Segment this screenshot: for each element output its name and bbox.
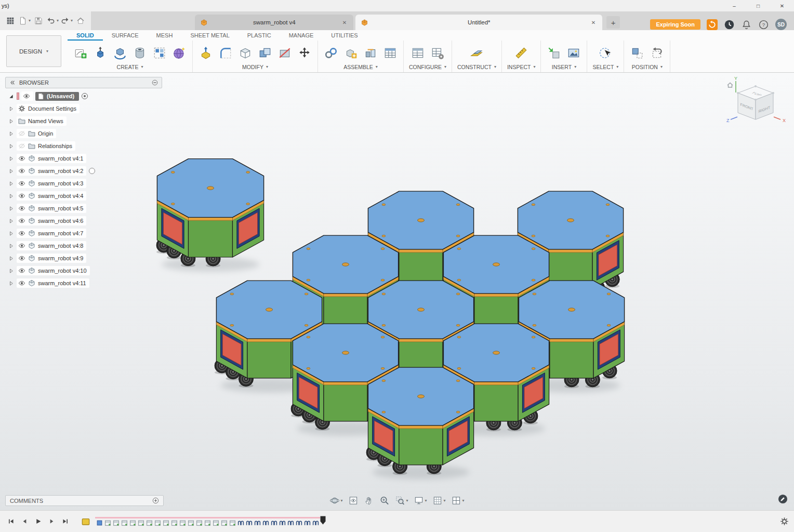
expand-arrow-icon[interactable]	[7, 168, 15, 174]
visibility-eye-icon[interactable]	[18, 205, 25, 212]
hole-button[interactable]	[132, 45, 148, 61]
browser-item-row[interactable]: Document Settings	[5, 102, 162, 115]
expand-arrow-icon[interactable]	[7, 131, 15, 137]
group-label-dropdown[interactable]: INSPECT▾	[507, 64, 536, 71]
robot-body[interactable]	[366, 367, 474, 480]
undo-button[interactable]: ▾	[46, 14, 59, 28]
timeline-feature-joint-icon[interactable]	[271, 520, 277, 526]
timeline-feature-joint-icon[interactable]	[262, 520, 269, 526]
construction-plane-button[interactable]	[469, 45, 484, 61]
fillet-button[interactable]	[218, 45, 233, 61]
timeline-feature-joint-icon[interactable]	[287, 520, 294, 526]
viewcube-home-icon[interactable]	[727, 83, 733, 88]
browser-item-row[interactable]: swarm_robot v4:8	[5, 240, 162, 252]
visibility-eye-off-icon[interactable]	[18, 142, 25, 150]
insert-canvas-button[interactable]	[566, 45, 581, 61]
browser-item-row[interactable]: Named Views	[5, 115, 162, 127]
workspace-switcher[interactable]: DESIGN ▾	[6, 35, 61, 67]
user-avatar[interactable]: SD	[775, 19, 787, 30]
root-document-badge[interactable]: (Unsaved)	[35, 92, 79, 101]
timeline-feature-component-icon[interactable]	[129, 520, 136, 526]
shell-button[interactable]	[237, 45, 253, 61]
minimize-button[interactable]: –	[722, 0, 746, 11]
bell-icon[interactable]	[741, 19, 752, 30]
timeline-feature-component-icon[interactable]	[204, 520, 211, 526]
timeline-feature-component-icon[interactable]	[196, 520, 203, 526]
close-button[interactable]: ✕	[770, 0, 794, 11]
timeline-feature-component-icon[interactable]	[113, 520, 120, 526]
step-back-button[interactable]	[19, 515, 31, 527]
timeline-feature-joint-icon[interactable]	[237, 520, 244, 526]
press-pull-button[interactable]	[198, 45, 214, 61]
feedback-button[interactable]	[778, 494, 788, 504]
group-label-dropdown[interactable]: ASSEMBLE▾	[323, 64, 398, 71]
configuration-table-button[interactable]	[410, 45, 426, 61]
clock-icon[interactable]	[724, 19, 735, 30]
timeline-feature-component-icon[interactable]	[188, 520, 194, 526]
visibility-eye-icon[interactable]	[18, 192, 25, 200]
close-tab-icon[interactable]: ✕	[341, 20, 348, 25]
ribbon-tab-solid[interactable]: SOLID	[68, 30, 103, 41]
expand-arrow-icon[interactable]	[7, 268, 15, 274]
configure-features-button[interactable]	[430, 45, 445, 61]
viewcube-svg[interactable]: YXZTOPFRONTRIGHT	[725, 76, 786, 136]
extrude-button[interactable]	[92, 45, 108, 61]
visibility-eye-off-icon[interactable]	[18, 130, 25, 137]
visibility-eye-icon[interactable]	[18, 242, 25, 249]
browser-item-row[interactable]: swarm_robot v4:10	[5, 264, 162, 277]
rigid-group-button[interactable]	[363, 45, 378, 61]
visibility-eye-icon[interactable]	[18, 180, 25, 187]
activate-target-icon[interactable]	[81, 92, 88, 100]
timeline-feature-joint-icon[interactable]	[279, 520, 286, 526]
robot-body[interactable]	[156, 159, 264, 272]
browser-item-row[interactable]: Relationships	[5, 140, 162, 152]
timeline-feature-joint-icon[interactable]	[296, 520, 302, 526]
viewcube[interactable]: YXZTOPFRONTRIGHT	[725, 76, 786, 136]
timeline-feature-component-icon[interactable]	[154, 520, 161, 526]
expand-arrow-icon[interactable]	[7, 193, 15, 199]
revolve-button[interactable]	[112, 45, 128, 61]
maximize-button[interactable]: □	[746, 0, 770, 11]
group-label-dropdown[interactable]: INSERT▾	[546, 64, 581, 71]
move-copy-button[interactable]	[297, 45, 312, 61]
insert-derive-button[interactable]	[546, 45, 562, 61]
browser-item-row[interactable]: Origin	[5, 127, 162, 140]
group-label-dropdown[interactable]: POSITION▾	[629, 64, 665, 71]
ribbon-tab-utilities[interactable]: UTILITIES	[322, 30, 366, 41]
skip-end-button[interactable]	[59, 515, 71, 527]
timeline-feature-joint-icon[interactable]	[246, 520, 253, 526]
browser-root-row[interactable]: (Unsaved)	[5, 90, 162, 102]
browser-item-row[interactable]: swarm_robot v4:7	[5, 227, 162, 240]
display-settings-button[interactable]: ▾	[412, 495, 428, 507]
ribbon-tab-manage[interactable]: MANAGE	[280, 30, 323, 41]
viewports-button[interactable]: ▾	[450, 495, 466, 507]
timeline-settings-gear-icon[interactable]	[780, 517, 789, 526]
assemble-joint-button[interactable]	[323, 45, 339, 61]
ribbon-tab-sheet-metal[interactable]: SHEET METAL	[181, 30, 238, 41]
activate-radio-icon[interactable]	[88, 167, 96, 175]
expand-arrow-icon[interactable]	[7, 118, 15, 124]
visibility-eye-icon[interactable]	[18, 217, 25, 224]
orbit-button[interactable]: ▾	[328, 495, 344, 507]
expand-arrow-icon[interactable]	[7, 206, 15, 211]
visibility-eye-icon[interactable]	[18, 255, 25, 262]
measure-button[interactable]	[513, 45, 529, 61]
timeline-playhead[interactable]	[320, 516, 326, 525]
expand-arrow-icon[interactable]	[7, 156, 15, 162]
capture-position-button[interactable]	[629, 45, 645, 61]
save-button[interactable]	[32, 14, 45, 28]
document-tab[interactable]: swarm_robot v4✕	[195, 15, 353, 30]
group-label-dropdown[interactable]: CONSTRUCT▾	[457, 64, 496, 71]
expand-arrow-icon[interactable]	[7, 181, 15, 187]
ribbon-tab-mesh[interactable]: MESH	[148, 30, 182, 41]
expand-arrow-icon[interactable]	[7, 281, 15, 286]
timeline-feature-strip[interactable]	[96, 517, 319, 526]
skip-start-button[interactable]	[5, 515, 17, 527]
timeline-feature-marker-icon[interactable]	[96, 520, 103, 526]
ribbon-tab-plastic[interactable]: PLASTIC	[239, 30, 280, 41]
ribbon-tab-surface[interactable]: SURFACE	[103, 30, 148, 41]
home-button[interactable]	[74, 14, 87, 28]
expand-arrow-icon[interactable]	[7, 94, 15, 99]
collapse-all-icon[interactable]	[152, 79, 158, 86]
timeline-feature-component-icon[interactable]	[213, 520, 219, 526]
